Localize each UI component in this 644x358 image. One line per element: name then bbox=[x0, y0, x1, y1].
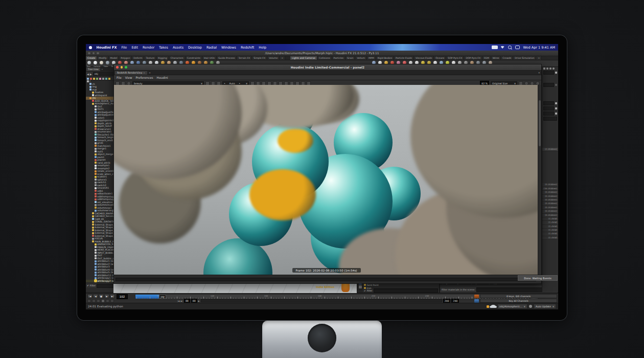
shader-filter-input[interactable] bbox=[476, 287, 548, 292]
scene-graph-row[interactable]: (2 children) bbox=[542, 148, 558, 151]
menubar-item[interactable]: Edit bbox=[131, 46, 138, 50]
param-field[interactable] bbox=[543, 83, 554, 87]
param-field[interactable] bbox=[543, 101, 554, 105]
scene-graph-row[interactable]: (0 children) bbox=[542, 195, 558, 198]
shelf-tab[interactable]: Texture bbox=[144, 56, 156, 60]
shelf-tab[interactable]: Viscous Fluids bbox=[414, 56, 434, 60]
shelf-tab[interactable]: MPM bbox=[367, 56, 376, 60]
shelf-tab[interactable]: Characters bbox=[169, 56, 186, 60]
shelf-tool-icon[interactable] bbox=[94, 61, 97, 64]
filter-sop-icon[interactable] bbox=[90, 78, 92, 80]
shelf-tab[interactable]: Constraints bbox=[186, 56, 202, 60]
shelf-tab[interactable]: Create bbox=[86, 56, 97, 60]
help-icon[interactable] bbox=[553, 68, 555, 70]
renderview-menu-item[interactable]: Houdini bbox=[157, 76, 168, 79]
shelf-tab[interactable]: Lights and Cameras bbox=[290, 56, 317, 60]
playhead-marker[interactable]: 102 bbox=[159, 295, 166, 299]
loop-toggle-icon[interactable] bbox=[97, 299, 100, 303]
menubar-item[interactable]: Redshift bbox=[241, 46, 254, 50]
battery-icon[interactable] bbox=[492, 46, 497, 49]
shelf-tab[interactable]: Volume bbox=[267, 56, 280, 60]
transport-button[interactable]: ■ bbox=[99, 294, 104, 298]
shelf-tab[interactable]: Particles bbox=[332, 56, 346, 60]
nav-forward-icon[interactable]: ▶ bbox=[90, 73, 92, 76]
shelf-tab[interactable]: FEM bbox=[482, 56, 491, 60]
scene-graph-row[interactable]: (0 children) bbox=[542, 191, 558, 194]
range-step-fwd-icon[interactable]: ▶| bbox=[180, 300, 182, 302]
wifi-icon[interactable] bbox=[501, 46, 504, 49]
shelf-tab[interactable]: Model bbox=[109, 56, 120, 60]
filter-obj-icon[interactable] bbox=[87, 78, 89, 80]
transport-button[interactable]: ▶ bbox=[104, 294, 109, 298]
menubar-item[interactable]: Render bbox=[143, 46, 154, 50]
renderview-menu-item[interactable]: View bbox=[125, 76, 132, 79]
shelf-tab[interactable]: Crowds bbox=[501, 56, 513, 60]
menubar-item[interactable]: File bbox=[121, 46, 127, 50]
shelf-tab[interactable]: Oceans bbox=[434, 56, 446, 60]
shelf-tool-icon[interactable] bbox=[106, 61, 109, 64]
scene-graph-row[interactable]: (1 child) bbox=[542, 232, 558, 236]
shelf-tab[interactable]: Particle Fluids bbox=[394, 56, 414, 60]
nav-back-icon[interactable]: ◀ bbox=[87, 73, 89, 76]
channels-icon[interactable] bbox=[474, 299, 479, 303]
shelf-tab[interactable]: Modify bbox=[97, 56, 108, 60]
shelf-tab[interactable]: Deform bbox=[132, 56, 144, 60]
dropdown-icon[interactable] bbox=[555, 84, 557, 86]
pane-menu-icon[interactable]: ▾ bbox=[539, 72, 540, 74]
transport-button[interactable]: ◀ bbox=[93, 294, 98, 298]
shelf-tab[interactable]: Wires bbox=[491, 56, 501, 60]
filter-cop-icon[interactable] bbox=[96, 78, 98, 80]
menubar-item[interactable]: Desktop bbox=[188, 46, 202, 50]
scene-graph-row[interactable]: (0 children) bbox=[542, 206, 558, 210]
scene-graph-row[interactable]: (16 children) bbox=[542, 187, 558, 191]
renderview-menu-item[interactable]: File bbox=[117, 76, 122, 79]
apple-logo-icon[interactable] bbox=[89, 46, 92, 49]
renderview-scrollbar[interactable] bbox=[538, 85, 541, 276]
keyframe-icon[interactable] bbox=[474, 295, 479, 298]
filter-vop-icon[interactable] bbox=[102, 78, 104, 80]
shelf-tab[interactable]: SOP Pyro FX bbox=[446, 56, 464, 60]
key-all-channels-button[interactable]: Key All Channels bbox=[480, 299, 557, 303]
settings-gear-icon[interactable] bbox=[101, 299, 105, 303]
filter-checkbox[interactable]: ✔ bbox=[87, 284, 89, 287]
scene-graph-row[interactable]: (0 children) bbox=[542, 183, 558, 187]
scene-graph-row[interactable]: (1 child) bbox=[542, 225, 558, 229]
renderview-menu-item[interactable]: Preferences bbox=[135, 76, 153, 79]
render-canvas[interactable]: Frame 102: 2026-02-06 20:03:50 (1m:54s) bbox=[114, 85, 539, 276]
filter-top-icon[interactable] bbox=[108, 78, 110, 80]
shelf-tab[interactable]: Guide Process bbox=[217, 56, 237, 60]
scene-graph-row[interactable]: (1 child) bbox=[542, 236, 558, 240]
new-pane-tab-button[interactable]: + bbox=[149, 72, 151, 74]
scene-graph-row[interactable]: (0 children) bbox=[542, 202, 558, 206]
info-icon[interactable] bbox=[549, 68, 551, 70]
menubar-clock[interactable]: Wed Apr 1 9:41 AM bbox=[523, 46, 555, 50]
shelf-tab[interactable]: DOP Pyro FX bbox=[464, 56, 482, 60]
param-field[interactable] bbox=[543, 117, 557, 121]
material-filter-checkbox[interactable]: ✔ bbox=[364, 289, 366, 292]
keys-channels-dropdown[interactable]: 0 keys, 0/0 channels bbox=[480, 294, 557, 298]
scene-graph-row[interactable]: (0 children) bbox=[542, 214, 558, 217]
context-path-dropdown[interactable]: /obj/Atmospheric...▼ bbox=[497, 304, 527, 309]
shelf-tab[interactable]: Simple FX bbox=[252, 56, 267, 60]
dopesheet-icon[interactable] bbox=[106, 299, 109, 303]
shelf-tool-icon[interactable] bbox=[100, 61, 103, 64]
transport-button[interactable]: ▶| bbox=[110, 294, 115, 298]
shelf-tab[interactable]: + bbox=[280, 56, 285, 60]
param-field[interactable] bbox=[543, 106, 554, 110]
tab-redshift-renderview[interactable]: Redshift RenderView × bbox=[115, 71, 147, 75]
shelf-tab[interactable]: + bbox=[536, 56, 542, 60]
param-field[interactable] bbox=[543, 71, 554, 75]
filter-lop-icon[interactable] bbox=[105, 78, 107, 80]
node-connect-icon[interactable] bbox=[555, 102, 557, 104]
shelf-tool-icon[interactable] bbox=[87, 61, 91, 64]
scene-graph-row[interactable]: (0 children) bbox=[542, 198, 558, 202]
close-tab-icon[interactable]: × bbox=[143, 72, 145, 74]
node-connect-icon[interactable] bbox=[555, 113, 557, 115]
search-icon[interactable] bbox=[546, 68, 548, 70]
realtime-toggle-icon[interactable] bbox=[87, 299, 91, 303]
transport-button[interactable]: |◀ bbox=[87, 294, 93, 298]
renderview-titlebar[interactable]: Houdini Indie Limited-Commercial - panel… bbox=[114, 64, 541, 71]
scene-graph-row[interactable]: (1 child) bbox=[542, 221, 558, 225]
scene-graph-row[interactable]: (1 child) bbox=[542, 229, 558, 232]
shelf-tab[interactable]: Rigid Bodies bbox=[376, 56, 394, 60]
